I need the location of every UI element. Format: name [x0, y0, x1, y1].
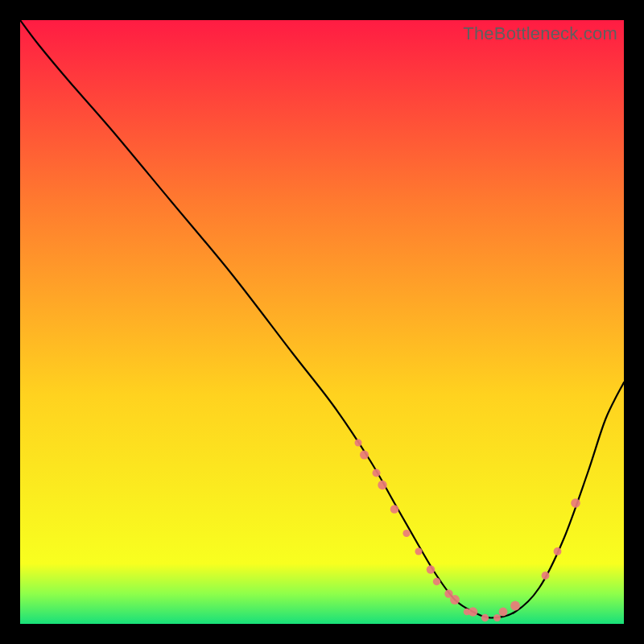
scatter-dot	[450, 595, 460, 605]
scatter-dot	[481, 614, 489, 621]
scatter-dot	[372, 469, 380, 477]
scatter-dot	[433, 578, 440, 585]
scatter-dot	[427, 565, 436, 574]
scatter-dot	[469, 607, 478, 617]
scatter-dot	[415, 547, 422, 555]
scatter-dot	[355, 440, 362, 447]
scatter-dot	[360, 450, 369, 459]
scatter-dot	[554, 547, 562, 555]
scatter-dot	[378, 481, 386, 489]
scatter-dot	[390, 505, 399, 514]
scatter-dot	[493, 614, 501, 621]
scatter-dot	[510, 601, 520, 611]
chart-svg	[20, 20, 624, 624]
scatter-dot	[571, 498, 580, 508]
chart-frame: TheBottleneck.com	[20, 20, 624, 624]
scatter-dot	[402, 530, 410, 537]
scatter-dot	[542, 572, 550, 580]
watermark-text: TheBottleneck.com	[463, 23, 617, 44]
scatter-dot	[499, 608, 508, 617]
gradient-background	[20, 20, 624, 624]
